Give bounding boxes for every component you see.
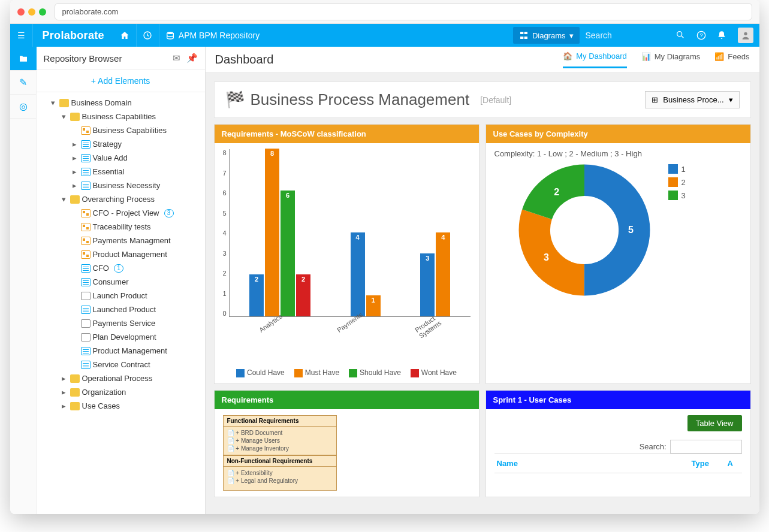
tree-capabilities[interactable]: ▾Business Capabilities (61, 110, 203, 123)
iconbar-folder-icon[interactable] (10, 47, 37, 71)
diagrams-label: Diagrams (532, 31, 566, 40)
nonfunctional-requirements[interactable]: Non-Functional Requirements 📄 + Extensib… (223, 455, 337, 491)
tree-item[interactable]: Payments Managment (71, 234, 203, 247)
tree-item[interactable]: ▸Value Add (71, 151, 203, 165)
comment-icon[interactable]: ✉ (173, 53, 180, 64)
tree-item[interactable]: Launch Product (71, 289, 203, 303)
search-input[interactable] (586, 31, 675, 40)
search-icon[interactable] (675, 30, 685, 41)
tree-item[interactable]: ▸Essential (71, 165, 203, 179)
user-avatar[interactable] (738, 28, 753, 43)
page-title: Dashboard (215, 53, 274, 66)
minimize-dot[interactable] (28, 8, 35, 16)
complexity-subtitle: Complexity: 1 - Low ; 2 - Medium ; 3 - H… (494, 149, 742, 158)
url-bar[interactable]: prolaborate.com (55, 3, 752, 20)
tree-item[interactable]: ▸Business Necessity (71, 179, 203, 192)
table-view-button[interactable]: Table View (687, 415, 742, 431)
pin-icon[interactable]: 📌 (186, 53, 198, 64)
dashboard-title: 🏁 Business Process Management [Default] (225, 90, 512, 109)
tree-item[interactable]: CFO - Project View3 (71, 206, 203, 220)
group-header: Non-Functional Requirements (223, 455, 337, 467)
add-elements-button[interactable]: + Add Elements (37, 70, 205, 92)
dashboard-icon: 🏠 (563, 52, 572, 61)
browser-titlebar: prolaborate.com (10, 0, 759, 24)
x-labels: AnalyticsPaymentsProduct Systems (237, 317, 471, 342)
col-type[interactable]: Type (692, 459, 728, 468)
svg-point-2 (677, 31, 681, 36)
widget-moscow: Requirements - MoSCoW classification 876… (214, 124, 480, 384)
widget-sprint: Sprint 1 - User Cases Table View Search:… (485, 390, 751, 497)
tree-item[interactable]: Service Contract (71, 358, 203, 371)
widget-complexity: Use Cases by Complexity Complexity: 1 - … (485, 124, 751, 384)
tree-item[interactable]: Payments Service (71, 316, 203, 330)
functional-requirements[interactable]: Functional Requirements 📄 + BRD Document… (223, 415, 337, 455)
diagrams-icon: 📊 (641, 52, 651, 61)
tree-item[interactable]: Plan Development (71, 330, 203, 344)
donut-legend: 123 (668, 164, 686, 296)
search-label: Search: (640, 442, 667, 451)
tree-item[interactable]: ▸Organization (61, 385, 203, 399)
tree-item[interactable]: Traceability tests (71, 220, 203, 234)
tree-root[interactable]: ▾Business Domain (50, 96, 203, 110)
sidebar-title: Repository Browser (44, 53, 122, 64)
dashboard-selector[interactable]: ⊞Business Proce...▾ (645, 91, 739, 108)
col-name[interactable]: Name (497, 459, 692, 468)
tab-my-dashboard[interactable]: 🏠My Dashboard (563, 52, 627, 68)
tree-item[interactable]: Launched Product (71, 303, 203, 316)
feeds-icon: 📶 (714, 52, 724, 61)
svg-text:?: ? (699, 32, 702, 38)
home-icon[interactable] (114, 24, 137, 47)
tree-item[interactable]: Consumer (71, 275, 203, 289)
maximize-dot[interactable] (39, 8, 46, 16)
clock-icon[interactable] (137, 24, 159, 47)
tree-item[interactable]: CFO1 (71, 261, 203, 275)
tree-item[interactable]: Product Management (71, 344, 203, 358)
svg-point-5 (744, 32, 747, 35)
tab-feeds[interactable]: 📶Feeds (714, 52, 749, 68)
tree-item[interactable]: Business Capabilities (71, 123, 203, 137)
iconbar-target-icon[interactable]: ◎ (10, 95, 37, 119)
bar-plot: 28624134 (229, 149, 471, 317)
svg-point-1 (167, 32, 174, 34)
iconbar-note-icon[interactable]: ✎ (10, 71, 37, 95)
donut-chart: 532 (518, 164, 650, 296)
sprint-search-input[interactable] (670, 440, 742, 454)
gauge-icon: 🏁 (225, 90, 245, 109)
group-header: Functional Requirements (223, 415, 337, 427)
tree-item[interactable]: Product Management (71, 247, 203, 261)
tree-overarching[interactable]: ▾Overarching Process (61, 192, 203, 206)
brand-logo: Prolaborate (33, 29, 114, 42)
menu-icon[interactable]: ☰ (10, 24, 33, 47)
repository-label[interactable]: APM BPM Repository (159, 31, 266, 40)
chart-legend: Could HaveMust HaveShould HaveWont Have (223, 368, 471, 377)
tree-item[interactable]: ▸Operational Process (61, 371, 203, 385)
widget-title: Use Cases by Complexity (486, 125, 750, 143)
widget-requirements: Requirements Functional Requirements 📄 +… (214, 390, 480, 497)
bell-icon[interactable] (711, 24, 732, 47)
widget-title: Requirements - MoSCoW classification (215, 125, 479, 143)
tree-item[interactable]: ▸Use Cases (61, 399, 203, 413)
widget-title: Sprint 1 - User Cases (486, 391, 750, 409)
widget-title: Requirements (215, 391, 479, 409)
close-dot[interactable] (17, 8, 25, 16)
y-axis: 876543210 (223, 149, 229, 317)
diagrams-dropdown[interactable]: Diagrams ▾ (513, 27, 580, 44)
help-icon[interactable]: ? (691, 24, 711, 47)
tab-my-diagrams[interactable]: 📊My Diagrams (641, 52, 701, 68)
default-tag: [Default] (480, 95, 511, 105)
tree-item[interactable]: ▸Strategy (71, 137, 203, 151)
col-a[interactable]: A (728, 459, 740, 468)
repository-name: APM BPM Repository (179, 31, 260, 40)
